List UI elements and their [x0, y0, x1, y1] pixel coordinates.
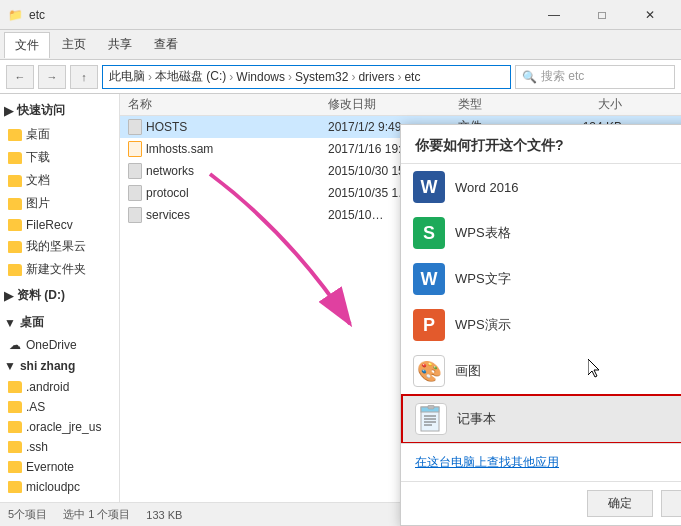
folder-icon: [8, 481, 22, 493]
ribbon-tab-view[interactable]: 查看: [144, 32, 188, 57]
sidebar-item-oracle[interactable]: .oracle_jre_us: [0, 417, 119, 437]
sidebar-item-pictures[interactable]: 图片: [0, 192, 119, 215]
sidebar-desktop-header[interactable]: ▼ 桌面: [0, 310, 119, 335]
sidebar-item-new-folder[interactable]: 新建文件夹: [0, 258, 119, 281]
notepad-svg: [417, 405, 445, 433]
title-bar: 📁 etc — □ ✕: [0, 0, 681, 30]
address-bar: ← → ↑ 此电脑 › 本地磁盘 (C:) › Windows › System…: [0, 60, 681, 94]
folder-icon: [8, 441, 22, 453]
dialog-item-word[interactable]: W Word 2016: [401, 164, 681, 210]
file-icon: [128, 207, 142, 223]
file-icon: [128, 141, 142, 157]
sidebar: ▶ 快速访问 桌面 下载 文档 图片 FileRecv: [0, 94, 120, 502]
dialog-cancel-button[interactable]: 取消: [661, 490, 681, 517]
dialog-item-notepad[interactable]: 记事本: [401, 394, 681, 443]
paint-icon: 🎨: [413, 355, 445, 387]
notepad-icon: [415, 403, 447, 435]
folder-icon: [8, 198, 22, 210]
sidebar-item-documents[interactable]: 文档: [0, 169, 119, 192]
wps-ppt-icon: P: [413, 309, 445, 341]
dialog-item-wps-text-label: WPS文字: [455, 270, 511, 288]
file-name-hosts: HOSTS: [120, 119, 320, 135]
path-windows: Windows: [236, 70, 285, 84]
folder-icon: [8, 381, 22, 393]
cloud-icon2: ☁: [8, 500, 22, 502]
sidebar-quick-access: ▶ 快速访问: [0, 98, 119, 123]
dialog-item-notepad-label: 记事本: [457, 410, 496, 428]
dialog-item-wps-ppt[interactable]: P WPS演示: [401, 302, 681, 348]
dialog-item-paint-label: 画图: [455, 362, 481, 380]
dialog-item-wps-table[interactable]: S WPS表格: [401, 210, 681, 256]
file-name-lmhosts: lmhosts.sam: [120, 141, 320, 157]
dialog-item-wps-table-label: WPS表格: [455, 224, 511, 242]
folder-icon: [8, 129, 22, 141]
path-c-drive: 本地磁盘 (C:): [155, 68, 226, 85]
word-icon: W: [413, 171, 445, 203]
search-box[interactable]: 🔍 搜索 etc: [515, 65, 675, 89]
dialog-title: 你要如何打开这个文件?: [401, 125, 681, 163]
folder-icon: [8, 152, 22, 164]
search-icon: 🔍: [522, 70, 537, 84]
dialog-confirm-button[interactable]: 确定: [587, 490, 653, 517]
path-etc: etc: [404, 70, 420, 84]
file-list-header: 名称 修改日期 类型 大小: [120, 94, 681, 116]
dialog-item-paint[interactable]: 🎨 画图: [401, 348, 681, 394]
folder-icon: [8, 461, 22, 473]
col-header-date[interactable]: 修改日期: [320, 96, 450, 113]
path-this-pc: 此电脑: [109, 68, 145, 85]
file-name-networks: networks: [120, 163, 320, 179]
file-name-services: services: [120, 207, 320, 223]
sidebar-item-filerecv[interactable]: FileRecv: [0, 215, 119, 235]
sidebar-item-downloads[interactable]: 下载: [0, 146, 119, 169]
file-icon: [128, 185, 142, 201]
file-name-protocol: protocol: [120, 185, 320, 201]
open-with-dialog: 你要如何打开这个文件? W Word 2016 S WPS表格 W: [400, 124, 681, 526]
wps-table-icon: S: [413, 217, 445, 249]
file-icon: [128, 163, 142, 179]
ribbon-toolbar: 文件 主页 共享 查看: [0, 30, 681, 60]
dialog-footer: 确定 取消: [401, 481, 681, 525]
sidebar-item-evernote[interactable]: Evernote: [0, 457, 119, 477]
dialog-find-more-link[interactable]: 在这台电脑上查找其他应用: [401, 443, 681, 481]
sidebar-item-micloud[interactable]: micloudpc: [0, 477, 119, 497]
sidebar-item-desktop[interactable]: 桌面: [0, 123, 119, 146]
maximize-button[interactable]: □: [579, 0, 625, 30]
col-header-name[interactable]: 名称: [120, 96, 320, 113]
col-header-size[interactable]: 大小: [550, 96, 630, 113]
folder-icon: [8, 219, 22, 231]
sidebar-user-header[interactable]: ▼ shi zhang: [0, 355, 119, 377]
col-header-type[interactable]: 类型: [450, 96, 550, 113]
folder-icon: [8, 264, 22, 276]
dialog-item-word-label: Word 2016: [455, 180, 518, 195]
ribbon-tab-file[interactable]: 文件: [4, 32, 50, 58]
sidebar-item-as[interactable]: .AS: [0, 397, 119, 417]
forward-button[interactable]: →: [38, 65, 66, 89]
close-button[interactable]: ✕: [627, 0, 673, 30]
cloud-icon: ☁: [8, 338, 22, 352]
dialog-item-wps-text[interactable]: W WPS文字: [401, 256, 681, 302]
back-button[interactable]: ←: [6, 65, 34, 89]
folder-icon: [8, 401, 22, 413]
ribbon-tab-home[interactable]: 主页: [52, 32, 96, 57]
folder-icon: [8, 241, 22, 253]
status-item-count: 5个项目: [8, 507, 47, 522]
folder-icon: [8, 421, 22, 433]
status-item-selected: 选中 1 个项目: [63, 507, 130, 522]
sidebar-item-ssh[interactable]: .ssh: [0, 437, 119, 457]
up-button[interactable]: ↑: [70, 65, 98, 89]
sidebar-item-nutcloud[interactable]: 我的坚果云: [0, 235, 119, 258]
folder-icon: [8, 175, 22, 187]
sidebar-item-android[interactable]: .android: [0, 377, 119, 397]
dialog-app-list: W Word 2016 S WPS表格 W WPS文字: [401, 163, 681, 443]
search-placeholder: 搜索 etc: [541, 68, 584, 85]
sidebar-item-onedrive[interactable]: ☁ OneDrive: [0, 335, 119, 355]
wps-text-icon: W: [413, 263, 445, 295]
address-path-field[interactable]: 此电脑 › 本地磁盘 (C:) › Windows › System32 › d…: [102, 65, 511, 89]
sidebar-item-onedrive2[interactable]: ☁ OneDrive: [0, 497, 119, 502]
path-system32: System32: [295, 70, 348, 84]
minimize-button[interactable]: —: [531, 0, 577, 30]
sidebar-drive-d[interactable]: ▶ 资料 (D:): [0, 283, 119, 308]
folder-icon: 📁: [8, 8, 23, 22]
ribbon-tab-share[interactable]: 共享: [98, 32, 142, 57]
file-icon: [128, 119, 142, 135]
